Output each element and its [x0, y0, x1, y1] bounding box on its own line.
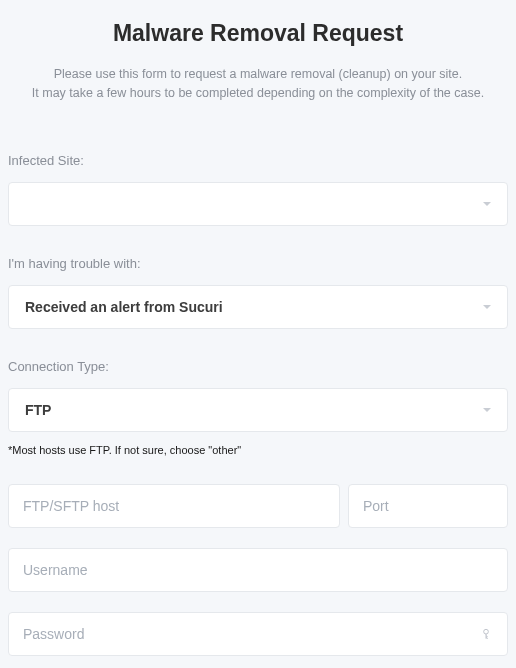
- chevron-down-icon: [483, 408, 491, 412]
- trouble-label: I'm having trouble with:: [8, 256, 508, 271]
- connection-type-value: FTP: [25, 402, 483, 418]
- connection-type-select[interactable]: FTP: [8, 388, 508, 432]
- trouble-select[interactable]: Received an alert from Sucuri: [8, 285, 508, 329]
- connection-hint: *Most hosts use FTP. If not sure, choose…: [8, 444, 508, 456]
- username-input[interactable]: [8, 548, 508, 592]
- show-password-icon[interactable]: [478, 626, 494, 642]
- trouble-value: Received an alert from Sucuri: [25, 299, 483, 315]
- chevron-down-icon: [483, 202, 491, 206]
- svg-point-0: [484, 629, 489, 634]
- connection-type-label: Connection Type:: [8, 359, 508, 374]
- page-title: Malware Removal Request: [8, 20, 508, 47]
- password-input[interactable]: [8, 612, 508, 656]
- chevron-down-icon: [483, 305, 491, 309]
- host-input[interactable]: [8, 484, 340, 528]
- form-container: Malware Removal Request Please use this …: [0, 0, 516, 656]
- page-subtitle: Please use this form to request a malwar…: [8, 65, 508, 103]
- infected-site-label: Infected Site:: [8, 153, 508, 168]
- port-input[interactable]: [348, 484, 508, 528]
- subtitle-line1: Please use this form to request a malwar…: [54, 67, 463, 81]
- host-port-row: [8, 484, 508, 528]
- infected-site-select[interactable]: [8, 182, 508, 226]
- subtitle-line2: It may take a few hours to be completed …: [32, 86, 484, 100]
